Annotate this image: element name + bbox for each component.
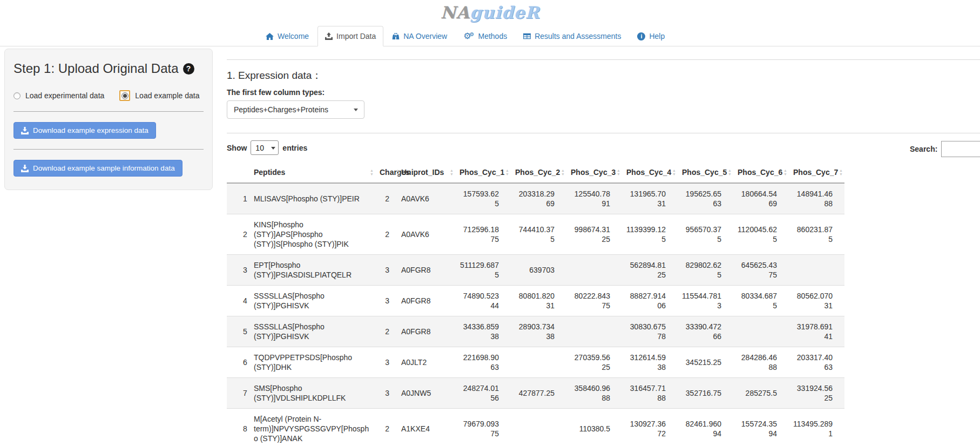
cell-intensity: 203317.4063 xyxy=(789,347,844,378)
cell-intensity: 248274.0156 xyxy=(455,378,511,409)
cell-peptides: M[Acetyl (Protein N-term)]NPVYSPGSSGVPY[… xyxy=(254,409,375,446)
tab-label: Results and Assessments xyxy=(535,32,621,40)
cell-charges: 3 xyxy=(375,286,401,316)
download-expression-button[interactable]: Download example expression data xyxy=(13,122,156,139)
tab-methods[interactable]: ⚙⚙Methods xyxy=(456,26,515,46)
column-header-peptides[interactable]: Peptides▲▼ xyxy=(254,162,375,183)
divider xyxy=(13,149,204,150)
cell-charges: 3 xyxy=(375,347,401,378)
cell-charges: 3 xyxy=(375,378,401,409)
download-sample-info-button[interactable]: Download example sample information data xyxy=(13,160,183,177)
import-data-tab-content: 1. Expression data： The first few column… xyxy=(227,59,980,446)
sort-icon: ▲▼ xyxy=(450,169,454,176)
cell-uniprot-id: A0FGR8 xyxy=(401,255,455,286)
column-header-charges[interactable]: Charges▲▼ xyxy=(375,162,401,183)
cell-peptides: SSSSLLAS[Phospho (STY)]PGHISVK xyxy=(254,316,375,347)
cell-uniprot-id: A0FGR8 xyxy=(401,316,455,347)
cell-intensity: 80222.84375 xyxy=(566,286,622,316)
table-row[interactable]: 6TQDPVPPETPSDS[Phospho (STY)]DHK3A0JLT22… xyxy=(227,347,844,378)
download-sample-info-label: Download example sample information data xyxy=(33,164,175,172)
column-types-select[interactable]: Peptides+Charges+Proteins xyxy=(227,100,364,119)
row-index: 5 xyxy=(227,316,254,347)
home-icon xyxy=(266,33,274,40)
page-length-control: Show 10 entries xyxy=(227,140,980,155)
table-row[interactable]: 2KINS[Phospho (STY)]APS[Phospho (STY)]S[… xyxy=(227,214,844,255)
column-header-phos-cyc-5[interactable]: Phos_Cyc_5▲▼ xyxy=(678,162,733,183)
cell-intensity xyxy=(566,255,622,286)
cell-intensity: 284286.4688 xyxy=(733,347,789,378)
cell-intensity: 203318.2969 xyxy=(511,183,566,214)
tab-import-data[interactable]: Import Data xyxy=(317,26,383,46)
cell-intensity: 113495.2891 xyxy=(789,409,844,446)
cell-intensity: 125540.7891 xyxy=(566,183,622,214)
upload-panel: Step 1: Upload Original Data Load experi… xyxy=(4,49,213,190)
cell-intensity: 33390.47266 xyxy=(678,316,733,347)
cell-intensity: 30830.67578 xyxy=(622,316,678,347)
table-row[interactable]: 5SSSSLLAS[Phospho (STY)]PGHISVK2A0FGR834… xyxy=(227,316,844,347)
cell-intensity: 28903.73438 xyxy=(511,316,566,347)
tab-help[interactable]: Help xyxy=(630,26,672,46)
main-nav: WelcomeImport DataNA Overview⚙⚙MethodsRe… xyxy=(0,26,980,46)
page-length-select[interactable]: 10 xyxy=(251,140,279,155)
cell-intensity: 79679.09375 xyxy=(455,409,511,446)
column-header-phos-cyc-4[interactable]: Phos_Cyc_4▲▼ xyxy=(622,162,678,183)
cell-intensity: 155724.3594 xyxy=(733,409,789,446)
cell-intensity: 956570.375 xyxy=(678,214,733,255)
panel-title: Step 1: Upload Original Data xyxy=(13,61,204,76)
expression-data-table: Peptides▲▼Charges▲▼Uniprot_IDs▲▼Phos_Cyc… xyxy=(227,162,844,446)
column-header-uniprot-ids[interactable]: Uniprot_IDs▲▼ xyxy=(401,162,455,183)
caret-down-icon xyxy=(354,109,358,111)
nav-item: ⚙⚙Methods xyxy=(456,26,515,46)
cell-intensity: 860231.875 xyxy=(789,214,844,255)
row-index: 8 xyxy=(227,409,254,446)
section-title: 1. Expression data： xyxy=(227,69,980,83)
cell-intensity: 74890.52344 xyxy=(455,286,511,316)
cell-intensity: 148941.4688 xyxy=(789,183,844,214)
tab-welcome[interactable]: Welcome xyxy=(258,26,316,46)
cell-charges: 2 xyxy=(375,409,401,446)
search-input[interactable] xyxy=(941,141,980,157)
caret-down-icon xyxy=(271,147,275,150)
cell-charges: 2 xyxy=(375,214,401,255)
column-header-phos-cyc-6[interactable]: Phos_Cyc_6▲▼ xyxy=(733,162,789,183)
tab-na-overview[interactable]: NA Overview xyxy=(384,26,455,46)
cell-intensity: 744410.375 xyxy=(511,214,566,255)
row-index: 3 xyxy=(227,255,254,286)
nav-item: Help xyxy=(630,26,672,46)
cell-intensity: 829802.625 xyxy=(678,255,733,286)
cell-intensity: 115544.7813 xyxy=(678,286,733,316)
panel-title-text: Step 1: Upload Original Data xyxy=(13,61,179,76)
table-row[interactable]: 7SMS[Phospho (STY)]VDLSHIPLKDPLLFK3A0JNW… xyxy=(227,378,844,409)
app-logo: NAguideR xyxy=(0,0,980,26)
column-header-phos-cyc-7[interactable]: Phos_Cyc_7▲▼ xyxy=(789,162,844,183)
column-header-phos-cyc-3[interactable]: Phos_Cyc_3▲▼ xyxy=(566,162,622,183)
question-circle-icon[interactable] xyxy=(183,63,194,75)
column-header-label: Phos_Cyc_1 xyxy=(459,168,504,177)
cell-intensity: 34336.85938 xyxy=(455,316,511,347)
cell-charges: 2 xyxy=(375,316,401,347)
radio-unselected-icon xyxy=(13,92,21,99)
column-header-phos-cyc-1[interactable]: Phos_Cyc_1▲▼ xyxy=(455,162,511,183)
cell-intensity: 316457.7188 xyxy=(622,378,678,409)
column-header-label: Phos_Cyc_4 xyxy=(626,168,671,177)
column-header-label: Phos_Cyc_2 xyxy=(515,168,560,177)
page-length-value: 10 xyxy=(255,144,264,152)
column-header-phos-cyc-2[interactable]: Phos_Cyc_2▲▼ xyxy=(511,162,566,183)
cell-intensity: 80562.07031 xyxy=(789,286,844,316)
row-index: 7 xyxy=(227,378,254,409)
tab-results-and-assessments[interactable]: Results and Assessments xyxy=(516,26,628,46)
cell-intensity: 31978.69141 xyxy=(789,316,844,347)
cell-intensity xyxy=(789,255,844,286)
cell-intensity: 352716.75 xyxy=(678,378,733,409)
sort-icon: ▲▼ xyxy=(505,169,509,176)
table-row[interactable]: 3EPT[Phospho (STY)]PSIASDISLPIATQELR3A0F… xyxy=(227,255,844,286)
cell-intensity: 358460.9688 xyxy=(566,378,622,409)
cell-uniprot-id: A0AVK6 xyxy=(401,183,455,214)
table-row[interactable]: 8M[Acetyl (Protein N-term)]NPVYSPGSSGVPY… xyxy=(227,409,844,446)
divider xyxy=(227,59,980,60)
table-row[interactable]: 1MLISAVS[Phospho (STY)]PEIR2A0AVK6157593… xyxy=(227,183,844,214)
table-row[interactable]: 4SSSSLLAS[Phospho (STY)]PGHISVK3A0FGR874… xyxy=(227,286,844,316)
cell-intensity: 998674.3125 xyxy=(566,214,622,255)
radio-load-example-data[interactable]: Load example data xyxy=(119,90,199,101)
radio-load-experimental-data[interactable]: Load experimental data xyxy=(13,91,104,100)
